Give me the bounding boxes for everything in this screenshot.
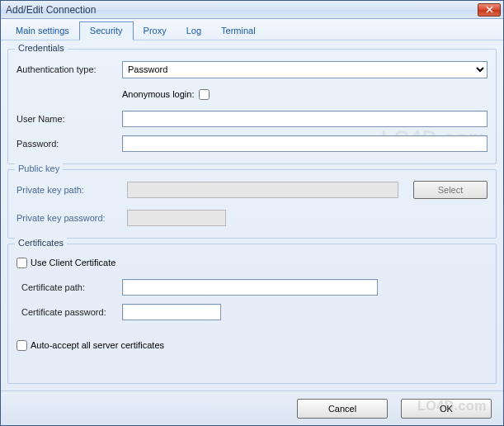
titlebar: Add/Edit Connection [1, 1, 503, 19]
tab-security[interactable]: Security [79, 21, 134, 40]
label-private-key-path: Private key path: [16, 185, 127, 195]
legend-credentials: Credentials [15, 43, 68, 53]
use-client-cert-checkbox[interactable] [16, 258, 27, 268]
cancel-button[interactable]: Cancel [297, 399, 388, 419]
close-icon [486, 6, 493, 13]
auto-accept-certs-checkbox[interactable] [16, 340, 27, 351]
auth-type-select[interactable]: Password [122, 61, 488, 78]
tab-proxy[interactable]: Proxy [134, 22, 177, 40]
tab-main-settings[interactable]: Main settings [6, 22, 79, 40]
username-input[interactable] [122, 111, 488, 127]
titlebar-title: Add/Edit Connection [6, 4, 478, 16]
dialog-window: Add/Edit Connection Main settings Securi… [0, 0, 504, 426]
tabstrip: Main settings Security Proxy Log Termina… [1, 19, 503, 40]
select-private-key-button[interactable]: Select [413, 181, 488, 199]
ok-button[interactable]: OK [401, 399, 492, 419]
label-auto-accept-certs: Auto-accept all server certificates [31, 340, 164, 350]
anonymous-login-checkbox[interactable] [199, 89, 210, 100]
label-anonymous-login: Anonymous login: [122, 89, 194, 99]
close-button[interactable] [478, 3, 501, 17]
password-input[interactable] [122, 135, 488, 152]
tab-log[interactable]: Log [177, 22, 211, 40]
group-certificates: Certificates Use Client Certificate Cert… [7, 244, 497, 384]
private-key-password-input [127, 210, 226, 226]
cert-password-input[interactable] [122, 304, 221, 320]
tab-terminal[interactable]: Terminal [211, 22, 266, 40]
cert-path-input[interactable] [122, 279, 378, 296]
label-cert-password: Certificate password: [16, 307, 122, 317]
content-area: LO4D.com Credentials Authentication type… [1, 40, 503, 390]
group-credentials: Credentials Authentication type: Passwor… [7, 49, 497, 164]
footer: Cancel OK [1, 390, 503, 425]
label-cert-path: Certificate path: [16, 282, 122, 292]
label-private-key-password: Private key password: [16, 213, 127, 223]
label-username: User Name: [16, 114, 122, 124]
label-use-client-cert: Use Client Certificate [31, 258, 115, 267]
group-public-key: Public key Private key path: Select Priv… [7, 169, 497, 239]
private-key-path-input [127, 182, 398, 198]
label-auth-type: Authentication type: [16, 64, 122, 74]
legend-public-key: Public key [15, 163, 63, 173]
label-password: Password: [16, 139, 122, 149]
legend-certificates: Certificates [15, 238, 67, 248]
